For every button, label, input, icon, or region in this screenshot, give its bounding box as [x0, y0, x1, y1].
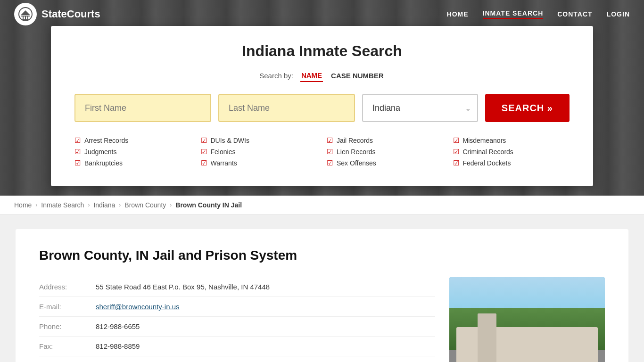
- search-by-row: Search by: NAME CASE NUMBER: [74, 69, 570, 82]
- checkbox-icon: ☑: [74, 159, 81, 167]
- info-row-fax: Fax: 812-988-8859: [39, 337, 435, 356]
- checkbox-label: Judgments: [84, 148, 116, 156]
- logo-icon: [14, 3, 37, 25]
- facility-image: [449, 277, 605, 362]
- last-name-input[interactable]: [218, 94, 355, 122]
- first-name-input[interactable]: [74, 94, 211, 122]
- checkbox-misdemeanors: ☑ Misdemeanors: [453, 136, 570, 145]
- checkbox-label: Federal Dockets: [463, 159, 511, 167]
- checkbox-criminal-records: ☑ Criminal Records: [453, 148, 570, 156]
- breadcrumb-indiana[interactable]: Indiana: [93, 201, 115, 209]
- state-select-wrap: Indiana ⌄: [362, 94, 478, 122]
- content-area: Brown County, IN Jail and Prison System …: [0, 215, 644, 362]
- nav-home[interactable]: HOME: [447, 10, 469, 18]
- image-building-detail: [478, 313, 496, 362]
- checkbox-icon: ☑: [74, 136, 81, 145]
- checkbox-label: Bankruptcies: [84, 159, 123, 167]
- checkbox-icon: ☑: [327, 148, 333, 156]
- checkbox-label: Arrest Records: [84, 137, 128, 144]
- state-select[interactable]: Indiana: [362, 94, 478, 122]
- checkbox-icon: ☑: [201, 148, 207, 156]
- checkbox-label: Felonies: [211, 148, 236, 156]
- breadcrumb-brown-county[interactable]: Brown County: [124, 201, 166, 209]
- breadcrumb-separator: ›: [35, 202, 37, 208]
- phone-value: 812-988-6655: [96, 322, 140, 330]
- breadcrumb-separator: ›: [88, 202, 90, 208]
- checkbox-judgments: ☑ Judgments: [74, 148, 191, 156]
- search-card: Indiana Inmate Search Search by: NAME CA…: [51, 26, 593, 186]
- checkbox-label: Warrants: [211, 159, 237, 167]
- checkbox-label: Criminal Records: [463, 148, 513, 156]
- info-row-address: Address: 55 State Road 46 East P.o. Box …: [39, 277, 435, 297]
- checkbox-icon: ☑: [201, 159, 207, 167]
- svg-rect-2: [25, 16, 26, 20]
- address-label: Address:: [39, 283, 86, 291]
- hero-section: COURTHOUSE StateCourts HOME INMATE SEARC…: [0, 0, 644, 196]
- checkbox-icon: ☑: [453, 136, 459, 145]
- checkbox-jail-records: ☑ Jail Records: [327, 136, 444, 145]
- checkboxes-grid: ☑ Arrest Records ☑ DUIs & DWIs ☑ Jail Re…: [74, 136, 570, 167]
- nav-inmate-search[interactable]: INMATE SEARCH: [483, 9, 544, 19]
- checkbox-label: DUIs & DWIs: [211, 137, 249, 144]
- content-inner: Address: 55 State Road 46 East P.o. Box …: [39, 277, 605, 362]
- checkbox-icon: ☑: [453, 148, 459, 156]
- breadcrumb-current: Brown County IN Jail: [175, 201, 242, 209]
- checkbox-icon: ☑: [453, 159, 459, 167]
- content-card: Brown County, IN Jail and Prison System …: [16, 229, 628, 362]
- checkbox-duis-dwis: ☑ DUIs & DWIs: [201, 136, 318, 145]
- svg-rect-4: [21, 16, 30, 16]
- info-row-phone: Phone: 812-988-6655: [39, 317, 435, 337]
- email-link[interactable]: sheriff@browncounty-in.us: [96, 303, 180, 311]
- search-by-label: Search by:: [259, 72, 293, 80]
- checkbox-icon: ☑: [201, 136, 207, 145]
- nav-links: HOME INMATE SEARCH CONTACT LOGIN: [447, 9, 630, 19]
- svg-rect-5: [21, 19, 30, 20]
- search-title: Indiana Inmate Search: [74, 42, 570, 60]
- search-button[interactable]: SEARCH »: [485, 94, 570, 122]
- checkbox-federal-dockets: ☑ Federal Dockets: [453, 159, 570, 167]
- fax-label: Fax:: [39, 342, 86, 350]
- info-row-website: Website: http://browncountyinsheriff.net…: [39, 356, 435, 362]
- checkbox-warrants: ☑ Warrants: [201, 159, 318, 167]
- checkbox-label: Sex Offenses: [337, 159, 376, 167]
- checkbox-lien-records: ☑ Lien Records: [327, 148, 444, 156]
- checkbox-bankruptcies: ☑ Bankruptcies: [74, 159, 191, 167]
- content-left: Address: 55 State Road 46 East P.o. Box …: [39, 277, 435, 362]
- svg-marker-6: [21, 10, 30, 15]
- checkbox-felonies: ☑ Felonies: [201, 148, 318, 156]
- checkbox-label: Lien Records: [337, 148, 376, 156]
- search-inputs-row: Indiana ⌄ SEARCH »: [74, 94, 570, 122]
- fax-value: 812-988-8859: [96, 342, 140, 350]
- tab-name[interactable]: NAME: [300, 69, 323, 82]
- breadcrumb-separator: ›: [119, 202, 121, 208]
- breadcrumb-home[interactable]: Home: [14, 201, 32, 209]
- svg-rect-1: [23, 16, 24, 20]
- checkbox-arrest-records: ☑ Arrest Records: [74, 136, 191, 145]
- content-title: Brown County, IN Jail and Prison System: [39, 248, 605, 263]
- breadcrumb: Home › Inmate Search › Indiana › Brown C…: [0, 196, 644, 215]
- breadcrumb-separator: ›: [170, 202, 172, 208]
- site-name: StateCourts: [41, 8, 100, 20]
- address-value: 55 State Road 46 East P.o. Box 95, Nashv…: [96, 283, 270, 291]
- checkbox-icon: ☑: [74, 148, 81, 156]
- email-label: E-mail:: [39, 303, 86, 311]
- navigation: StateCourts HOME INMATE SEARCH CONTACT L…: [0, 0, 644, 28]
- site-logo[interactable]: StateCourts: [14, 3, 100, 25]
- checkbox-sex-offenses: ☑ Sex Offenses: [327, 159, 444, 167]
- phone-label: Phone:: [39, 322, 86, 330]
- checkbox-icon: ☑: [327, 159, 333, 167]
- tab-case-number[interactable]: CASE NUMBER: [330, 70, 385, 82]
- nav-login[interactable]: LOGIN: [607, 10, 630, 18]
- checkbox-label: Jail Records: [337, 137, 373, 144]
- nav-contact[interactable]: CONTACT: [557, 10, 592, 18]
- checkbox-label: Misdemeanors: [463, 137, 506, 144]
- svg-rect-3: [27, 16, 28, 20]
- info-row-email: E-mail: sheriff@browncounty-in.us: [39, 297, 435, 317]
- breadcrumb-inmate-search[interactable]: Inmate Search: [41, 201, 84, 209]
- checkbox-icon: ☑: [327, 136, 333, 145]
